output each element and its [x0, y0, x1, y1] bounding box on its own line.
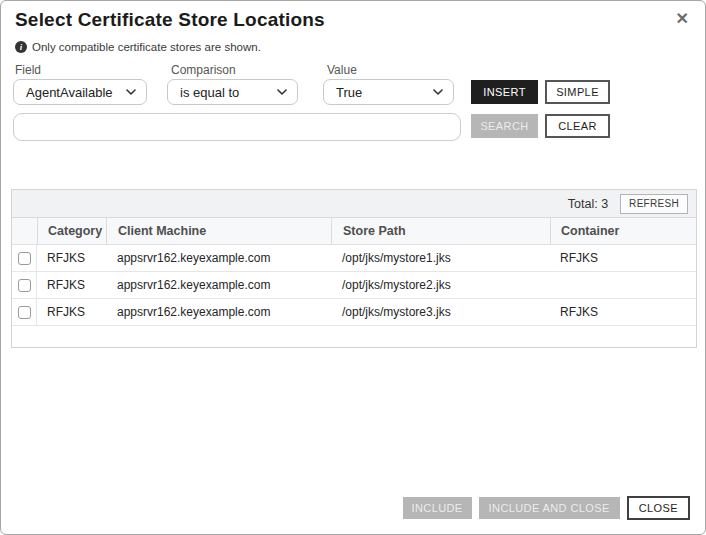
- table-header-row: Category Client Machine Store Path Conta…: [12, 218, 696, 245]
- cell-category: RFJKS: [37, 245, 106, 271]
- row-checkbox[interactable]: [18, 306, 31, 319]
- table-row: RFJKS appsrvr162.keyexample.com /opt/jks…: [12, 272, 696, 299]
- insert-button[interactable]: INSERT: [471, 80, 538, 104]
- column-header-client-machine[interactable]: Client Machine: [106, 218, 331, 244]
- cell-category: RFJKS: [37, 272, 106, 298]
- total-count: Total: 3: [568, 197, 608, 211]
- row-checkbox[interactable]: [18, 252, 31, 265]
- close-icon[interactable]: ✕: [672, 7, 693, 30]
- cell-store-path: /opt/jks/mystore3.jks: [331, 299, 550, 325]
- include-and-close-button[interactable]: INCLUDE AND CLOSE: [479, 497, 620, 519]
- dialog-footer: INCLUDE INCLUDE AND CLOSE CLOSE: [403, 496, 691, 520]
- comparison-select[interactable]: is equal to: [167, 79, 298, 105]
- dialog-title: Select Certificate Store Locations: [15, 9, 325, 31]
- header-checkbox-spacer: [12, 218, 37, 244]
- cell-client-machine: appsrvr162.keyexample.com: [106, 245, 331, 271]
- close-button[interactable]: CLOSE: [627, 496, 690, 520]
- table-row: RFJKS appsrvr162.keyexample.com /opt/jks…: [12, 245, 696, 272]
- chevron-down-icon: [277, 89, 287, 95]
- column-header-container[interactable]: Container: [550, 218, 696, 244]
- select-certificate-store-locations-dialog: Select Certificate Store Locations ✕ i O…: [0, 0, 706, 535]
- query-input[interactable]: [13, 113, 461, 141]
- certificate-store-table: Total: 3 REFRESH Category Client Machine…: [11, 189, 697, 348]
- cell-category: RFJKS: [37, 299, 106, 325]
- cell-container: RFJKS: [550, 299, 696, 325]
- clear-button[interactable]: CLEAR: [545, 114, 610, 138]
- chevron-down-icon: [126, 89, 136, 95]
- comparison-select-value: is equal to: [180, 85, 239, 100]
- cell-store-path: /opt/jks/mystore1.jks: [331, 245, 550, 271]
- info-icon: i: [15, 41, 27, 53]
- value-label: Value: [327, 63, 357, 77]
- table-toolbar: Total: 3 REFRESH: [12, 190, 696, 218]
- field-label: Field: [15, 63, 41, 77]
- simple-button[interactable]: SIMPLE: [545, 80, 610, 104]
- cell-container: [550, 272, 696, 298]
- row-checkbox[interactable]: [18, 279, 31, 292]
- chevron-down-icon: [433, 89, 443, 95]
- cell-client-machine: appsrvr162.keyexample.com: [106, 272, 331, 298]
- cell-store-path: /opt/jks/mystore2.jks: [331, 272, 550, 298]
- refresh-button[interactable]: REFRESH: [620, 194, 688, 214]
- table-row: RFJKS appsrvr162.keyexample.com /opt/jks…: [12, 299, 696, 326]
- value-select-value: True: [336, 85, 362, 100]
- cell-client-machine: appsrvr162.keyexample.com: [106, 299, 331, 325]
- cell-container: RFJKS: [550, 245, 696, 271]
- info-banner: i Only compatible certificate stores are…: [15, 41, 261, 53]
- field-select[interactable]: AgentAvailable: [13, 79, 147, 105]
- info-text: Only compatible certificate stores are s…: [32, 41, 261, 53]
- field-select-value: AgentAvailable: [26, 85, 113, 100]
- include-button[interactable]: INCLUDE: [403, 497, 472, 519]
- column-header-category[interactable]: Category: [37, 218, 106, 244]
- column-header-store-path[interactable]: Store Path: [331, 218, 550, 244]
- comparison-label: Comparison: [171, 63, 236, 77]
- search-button[interactable]: SEARCH: [471, 114, 538, 138]
- value-select[interactable]: True: [323, 79, 454, 105]
